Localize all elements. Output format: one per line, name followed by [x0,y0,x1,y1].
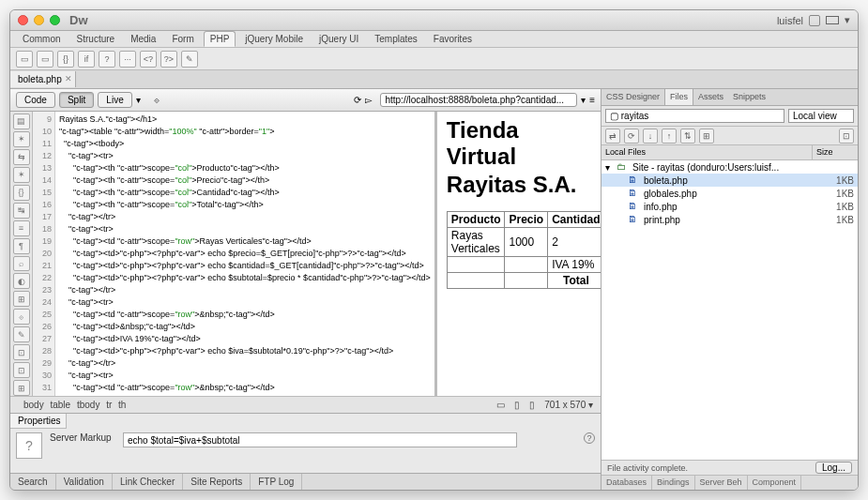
results-tab[interactable]: FTP Log [251,474,302,490]
tool-icon[interactable]: ⟐ [13,309,30,325]
device-icon[interactable]: ▯ [512,400,522,410]
workspace-dropdown-icon[interactable]: ▾ [845,14,850,26]
tool-icon[interactable]: ◐ [13,273,30,289]
insert-icon[interactable]: ··· [119,51,136,68]
viewport-size[interactable]: 701 x 570 ▾ [542,400,595,410]
tool-icon[interactable]: {} [13,185,30,201]
live-view-button[interactable]: Live [98,92,131,108]
file-row[interactable]: 🗎boleta.php1KB [602,174,858,187]
tool-icon[interactable]: ✶ [13,167,30,183]
insert-tab[interactable]: Templates [368,31,424,47]
results-tab[interactable]: Validation [56,474,113,490]
table-cell[interactable] [505,273,548,289]
inspect-icon[interactable]: ⟐ [154,95,160,105]
panel-tab[interactable]: Assets [693,89,728,105]
results-tab[interactable]: Search [10,474,56,490]
file-row[interactable]: 🗎info.php1KB [602,200,858,213]
table-cell[interactable] [505,257,548,273]
tool-icon[interactable]: ✎ [13,326,30,342]
insert-icon[interactable]: {} [57,51,74,68]
insert-tab[interactable]: Media [124,31,162,47]
table-cell[interactable]: Total [548,273,601,289]
log-button[interactable]: Log... [815,462,852,474]
insert-icon[interactable]: ▭ [16,51,33,68]
panel-tab[interactable]: Server Beh [695,476,748,490]
settings-icon[interactable]: ≡ [589,95,595,105]
tool-icon[interactable]: ↹ [13,203,30,219]
panel-tab[interactable]: Snippets [728,89,770,105]
code-view-button[interactable]: Code [16,92,55,108]
device-icon[interactable]: ▭ [495,400,507,410]
panel-tab[interactable]: Files [664,89,693,105]
insert-tab[interactable]: jQuery UI [312,31,365,47]
insert-tab[interactable]: Structure [70,31,122,47]
file-row[interactable]: 🗎globales.php1KB [602,187,858,200]
panel-tab[interactable]: CSS Designer [602,89,664,105]
insert-tab[interactable]: jQuery Mobile [238,31,310,47]
panel-tab[interactable]: Component [748,476,802,490]
breadcrumb-item[interactable]: body [22,400,46,410]
code-editor[interactable]: Rayitas S.A."c-tag"></h1>"c-tag"><table … [55,112,434,396]
connect-icon[interactable]: ⇄ [605,129,620,144]
breadcrumb-item[interactable]: th [116,400,128,410]
insert-icon[interactable]: ✎ [181,51,198,68]
refresh-icon[interactable]: ⟳ [354,95,361,105]
table-cell[interactable] [447,273,505,289]
put-icon[interactable]: ↑ [662,129,677,144]
sync-icon[interactable] [809,15,820,26]
table-cell[interactable]: 2 [548,228,601,257]
insert-icon[interactable]: ?> [160,51,177,68]
tool-icon[interactable]: ¶ [13,238,30,254]
table-cell[interactable]: 1000 [505,228,548,257]
insert-tab[interactable]: Favorites [427,31,479,47]
panel-tab[interactable]: Databases [602,476,652,490]
url-prefix-icon[interactable]: ▻ [365,95,373,105]
table-cell[interactable]: IVA 19% [548,257,601,273]
site-root-row[interactable]: ▾🗀 Site - rayitas (donduro:Users:luisf..… [602,160,858,174]
document-tab[interactable]: boleta.php ✕ [10,71,76,87]
sync-icon[interactable]: ⇅ [680,129,695,144]
results-tab[interactable]: Link Checker [113,474,183,490]
tool-icon[interactable]: ⊡ [13,362,30,378]
tool-icon[interactable]: ⇆ [13,149,30,165]
close-icon[interactable] [18,15,28,25]
tool-icon[interactable]: ⊞ [13,380,30,396]
tool-icon[interactable]: ≡ [13,220,30,236]
view-dropdown[interactable]: Local view [788,109,854,123]
properties-tab[interactable]: Properties [10,414,67,429]
expand-icon[interactable]: ⊞ [699,129,714,144]
insert-icon[interactable]: ? [99,51,115,68]
device-icon[interactable]: ▯ [527,400,537,410]
server-markup-input[interactable] [123,432,517,447]
insert-icon[interactable]: <? [140,51,157,68]
insert-icon[interactable]: if [78,51,95,68]
panel-tab[interactable]: Bindings [652,476,695,490]
tool-icon[interactable]: ⊞ [13,291,30,307]
tool-icon[interactable]: ▤ [13,114,30,129]
zoom-icon[interactable] [50,15,60,25]
help-icon[interactable]: ? [584,432,595,444]
options-icon[interactable]: ⊡ [839,129,854,144]
insert-tab[interactable]: PHP [204,31,236,47]
workspace-icon[interactable] [826,16,839,24]
breadcrumb-item[interactable]: tr [104,400,114,410]
col-size[interactable]: Size [813,145,858,159]
col-local-files[interactable]: Local Files [602,145,813,159]
results-tab[interactable]: Site Reports [183,474,251,490]
table-cell[interactable]: Rayas Verticales [447,228,505,257]
split-view-button[interactable]: Split [59,92,94,108]
dropdown-icon[interactable]: ▾ [136,95,141,105]
site-dropdown[interactable]: ▢ rayitas [605,109,784,123]
tool-icon[interactable]: ⊡ [13,344,30,360]
tool-icon[interactable]: ⌕ [13,256,30,272]
breadcrumb-item[interactable]: table [48,400,72,410]
insert-icon[interactable]: ▭ [37,51,53,68]
breadcrumb-item[interactable]: tbody [75,400,101,410]
minimize-icon[interactable] [34,15,44,25]
file-row[interactable]: 🗎print.php1KB [602,213,858,226]
refresh-icon[interactable]: ⟳ [624,129,639,144]
insert-tab[interactable]: Form [165,31,200,47]
get-icon[interactable]: ↓ [643,129,658,144]
table-cell[interactable] [447,257,505,273]
close-tab-icon[interactable]: ✕ [65,74,72,83]
